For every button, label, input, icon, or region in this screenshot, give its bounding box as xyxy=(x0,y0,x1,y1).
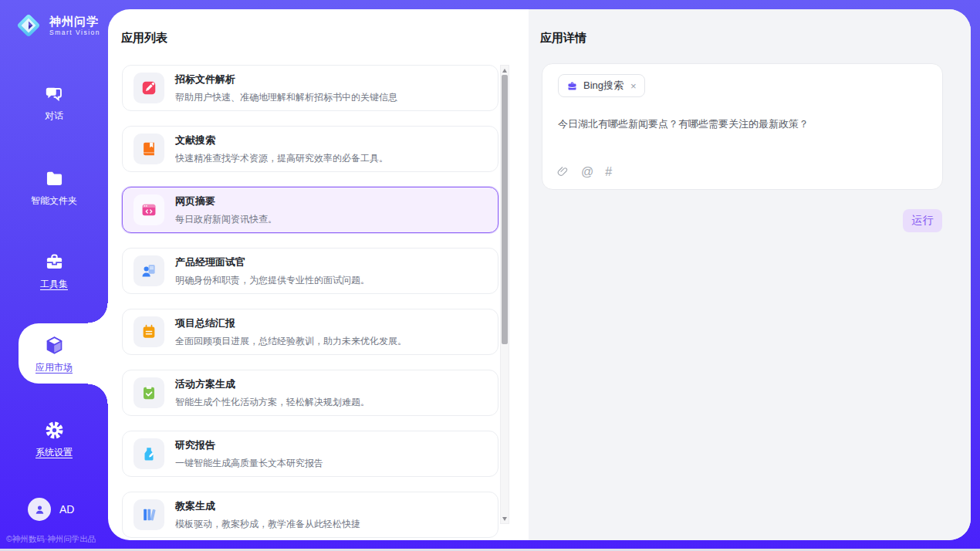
app-card-list: 招标文件解析 帮助用户快速、准确地理解和解析招标书中的关键信息 文献搜索 快速精… xyxy=(122,65,498,540)
clipboard-check-icon xyxy=(140,384,157,401)
scrollbar-thumb[interactable] xyxy=(502,75,508,344)
app-card[interactable]: 教案生成 模板驱动，教案秒成，教学准备从此轻松快捷 xyxy=(122,492,498,538)
brand-tagline: Smart Vision xyxy=(49,29,100,36)
app-card-description: 每日政府新闻资讯快查。 xyxy=(175,213,277,226)
app-card[interactable]: 研究报告 一键智能生成高质量长文本研究报告 xyxy=(122,431,498,477)
brand-name: 神州问学 xyxy=(49,15,100,28)
app-card[interactable]: 网页摘要 每日政府新闻资讯快查。 xyxy=(122,187,498,233)
app-card-description: 帮助用户快速、准确地理解和解析招标书中的关键信息 xyxy=(175,91,397,104)
sidebar-item-chat[interactable]: 对话 xyxy=(0,83,108,123)
sidebar-item-label: 对话 xyxy=(45,110,63,123)
scroll-up-arrow-icon[interactable] xyxy=(501,66,509,75)
at-icon[interactable]: @ xyxy=(581,166,593,178)
scrollbar[interactable] xyxy=(500,65,509,524)
scroll-down-arrow-icon[interactable] xyxy=(501,514,509,523)
sidebar-item-label: 工具集 xyxy=(40,278,68,291)
tool-tag-label: Bing搜索 xyxy=(583,79,623,93)
app-card-title: 研究报告 xyxy=(175,438,323,452)
browser-code-icon xyxy=(140,201,157,218)
user-initials: AD xyxy=(59,503,74,516)
logo-diamond-icon xyxy=(14,11,43,40)
app-list-title: 应用列表 xyxy=(121,31,167,46)
user-row[interactable]: AD xyxy=(28,498,74,521)
flask-icon xyxy=(140,445,157,462)
app-card-description: 快速精准查找学术资源，提高研究效率的必备工具。 xyxy=(175,152,388,165)
app-card-title: 活动方案生成 xyxy=(175,377,370,391)
app-card[interactable]: 招标文件解析 帮助用户快速、准确地理解和解析招标书中的关键信息 xyxy=(122,65,498,111)
app-card[interactable]: 产品经理面试官 明确身份和职责，为您提供专业性的面试问题。 xyxy=(122,248,498,294)
sidebar-item-label: 系统设置 xyxy=(35,446,73,459)
app-card[interactable]: 活动方案生成 智能生成个性化活动方案，轻松解决规划难题。 xyxy=(122,370,498,416)
copyright-footer: ©神州数码·神州问学出品 xyxy=(6,534,96,545)
sidebar-item-folder[interactable]: 智能文件夹 xyxy=(0,168,108,208)
app-card-description: 全面回顾项目进展，总结经验教训，助力未来优化发展。 xyxy=(175,335,407,348)
sidebar-item-label: 应用市场 xyxy=(35,361,73,374)
cube-icon xyxy=(44,335,65,356)
folder-icon xyxy=(44,168,65,189)
app-card-description: 一键智能生成高质量长文本研究报告 xyxy=(175,457,323,470)
app-card-description: 明确身份和职责，为您提供专业性的面试问题。 xyxy=(175,274,370,287)
sidebar-item-gear[interactable]: 系统设置 xyxy=(0,420,108,459)
tool-tag-bing[interactable]: Bing搜索 × xyxy=(558,74,645,97)
gear-icon xyxy=(44,420,65,441)
sidebar: 神州问学 Smart Vision 对话 智能文件夹 工具集 应用市场 系统设置… xyxy=(0,0,108,551)
sidebar-item-cube[interactable]: 应用市场 xyxy=(0,335,108,374)
book-icon xyxy=(140,140,157,157)
query-input[interactable]: 今日湖北有哪些新闻要点？有哪些需要关注的最新政策？ xyxy=(558,117,927,132)
app-card[interactable]: 文献搜索 快速精准查找学术资源，提高研究效率的必备工具。 xyxy=(122,126,498,172)
briefcase-icon xyxy=(566,80,578,92)
run-button[interactable]: 运行 xyxy=(903,209,942,232)
app-card-title: 网页摘要 xyxy=(175,194,277,208)
app-card[interactable]: 项目总结汇报 全面回顾项目进展，总结经验教训，助力未来优化发展。 xyxy=(122,309,498,355)
hash-icon[interactable]: # xyxy=(605,166,612,178)
composer-toolbar: @ # xyxy=(556,165,612,178)
sidebar-item-toolbox[interactable]: 工具集 xyxy=(0,252,108,291)
app-card-description: 模板驱动，教案秒成，教学准备从此轻松快捷 xyxy=(175,518,360,531)
app-card-title: 文献搜索 xyxy=(175,134,388,147)
sidebar-item-label: 智能文件夹 xyxy=(31,194,77,208)
app-card-title: 项目总结汇报 xyxy=(175,316,407,330)
user-icon xyxy=(33,503,46,516)
app-logo: 神州问学 Smart Vision xyxy=(14,11,100,40)
app-card-title: 招标文件解析 xyxy=(175,73,397,86)
app-card-title: 产品经理面试官 xyxy=(175,255,370,269)
interviewer-icon xyxy=(140,262,157,279)
content-shell: 应用列表 招标文件解析 帮助用户快速、准确地理解和解析招标书中的关键信息 文献搜… xyxy=(108,9,971,540)
app-card-description: 智能生成个性化活动方案，轻松解决规划难题。 xyxy=(175,396,370,409)
composer-card: Bing搜索 × 今日湖北有哪些新闻要点？有哪些需要关注的最新政策？ @ # xyxy=(542,63,943,190)
app-detail-panel: 应用详情 Bing搜索 × 今日湖北有哪些新闻要点？有哪些需要关注的最新政策？ … xyxy=(529,9,971,540)
avatar[interactable] xyxy=(28,498,51,521)
app-card-title: 教案生成 xyxy=(175,499,360,513)
toolbox-icon xyxy=(44,252,65,272)
app-detail-title: 应用详情 xyxy=(540,31,586,46)
notepad-icon xyxy=(140,323,157,340)
close-icon[interactable]: × xyxy=(630,81,637,91)
books-icon xyxy=(140,506,157,523)
pen-square-icon xyxy=(140,79,157,96)
paperclip-icon[interactable] xyxy=(556,165,569,178)
chat-icon xyxy=(44,83,65,104)
